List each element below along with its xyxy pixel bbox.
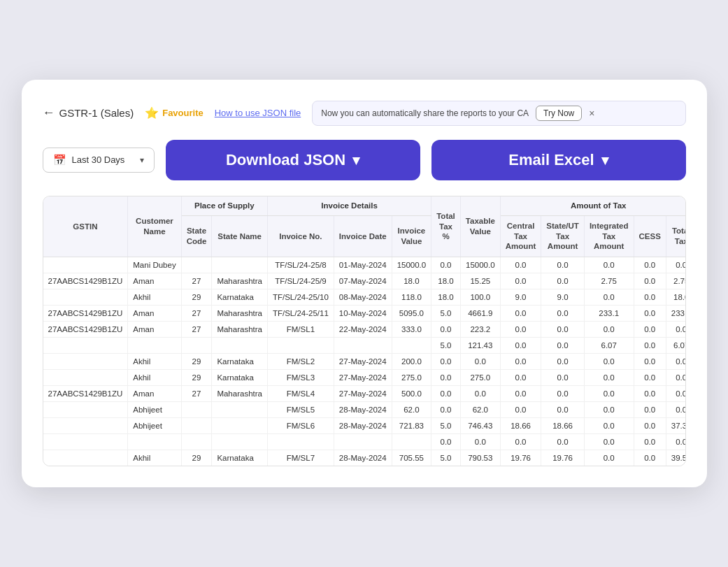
table-cell: 0.0 [431,354,461,370]
table-cell: 0.0 [431,370,461,386]
table-cell: 0.0 [500,257,541,273]
table-cell: 0.0 [541,338,585,354]
table-cell: 0.0 [584,257,634,273]
table-cell: 0.0 [431,434,461,450]
table-cell: 0.0 [541,434,585,450]
download-json-button[interactable]: Download JSON ▾ [166,140,420,180]
table-cell: 5095.0 [392,306,431,322]
table-cell: 0.0 [634,450,666,466]
table-cell: 27-May-2024 [334,370,392,386]
table-cell: 0.0 [500,402,541,418]
table-cell: Aman [128,322,181,338]
date-filter-label: Last 30 Days [72,155,125,165]
table-cell: 223.2 [460,322,500,338]
table-cell: 0.0 [431,322,461,338]
table-cell [43,257,128,273]
table-cell [43,370,128,386]
table-cell: 0.0 [634,370,666,386]
table-cell: Maharashtra [212,386,268,402]
table-cell: 5.0 [431,306,461,322]
table-cell: Karnataka [212,370,268,386]
table-cell: 0.0 [541,386,585,402]
col-invoice-value: Invoice Value [392,215,431,257]
table-cell: 746.43 [460,418,500,434]
table-cell [212,257,268,273]
table-cell: 0.0 [634,322,666,338]
table-cell: 5.0 [431,338,461,354]
table-cell: 62.0 [460,402,500,418]
table-cell: FM/SL6 [267,418,334,434]
table-cell: 0.0 [634,289,666,306]
favourite-button[interactable]: ⭐ Favourite [145,106,204,120]
table-cell [181,434,212,450]
table-cell: 0.0 [500,354,541,370]
table-cell: 9.0 [500,289,541,306]
table-row: Akhil29KarnatakaFM/SL227-May-2024200.00.… [43,354,686,370]
table-cell: 0.0 [634,354,666,370]
col-state-ut-tax-amount: State/UT Tax Amount [541,215,585,257]
table-cell [43,338,128,354]
table-cell: 2.75 [584,273,634,289]
table-cell: 333.0 [392,322,431,338]
table-cell: FM/SL5 [267,402,334,418]
table-cell: 0.0 [460,434,500,450]
table-cell: Akhil [128,370,181,386]
col-integrated-tax-amount: Integrated Tax Amount [584,215,634,257]
download-btn-label: Download JSON [226,151,345,169]
table-cell: 500.0 [392,386,431,402]
table-cell: 0.0 [541,370,585,386]
col-group-invoice-details: Invoice Details [267,196,431,215]
date-filter-button[interactable]: 📅 Last 30 Days ▾ [43,148,155,173]
table-cell [181,257,212,273]
table-cell: 39.53 [666,450,685,466]
table-cell: 08-May-2024 [334,289,392,306]
table-cell: FM/SL1 [267,322,334,338]
table-cell: 0.0 [634,338,666,354]
table-cell: 0.0 [500,370,541,386]
table-cell [212,338,268,354]
email-excel-button[interactable]: Email Excel ▾ [431,140,686,180]
table-cell: 0.0 [431,386,461,402]
download-chevron-icon: ▾ [352,152,359,168]
table-cell [334,434,392,450]
table-cell: 233.1 [584,306,634,322]
table-cell: Abhijeet [128,418,181,434]
table-cell: 0.0 [634,386,666,402]
table-cell: 0.0 [500,386,541,402]
back-button[interactable]: ← GSTR-1 (Sales) [43,106,134,120]
close-notification-button[interactable]: × [589,108,594,119]
col-gstin: GSTIN [43,196,128,257]
table-cell [43,434,128,450]
col-total-tax-pct: Total Tax % [431,196,461,257]
table-cell [334,338,392,354]
table-cell [392,434,431,450]
table-cell: 4661.9 [460,306,500,322]
email-chevron-icon: ▾ [601,152,608,168]
table-row: AbhijeetFM/SL528-May-202462.00.062.00.00… [43,402,686,418]
json-link-button[interactable]: How to use JSON file [215,108,301,118]
table-cell: 0.0 [541,273,585,289]
table-cell: FM/SL7 [267,450,334,466]
table-cell: Aman [128,306,181,322]
table-cell: Aman [128,386,181,402]
close-icon: × [589,108,594,119]
table-cell: 18.0 [666,289,685,306]
col-state-name: State Name [212,215,268,257]
col-total-tax: Total Tax [666,215,685,257]
try-now-button[interactable]: Try Now [536,106,582,121]
table-cell [181,418,212,434]
table-cell: 0.0 [584,289,634,306]
table-cell: 0.0 [584,322,634,338]
table-cell: 0.0 [500,338,541,354]
table-cell: 233.1 [666,306,685,322]
table-cell: 0.0 [500,273,541,289]
table-row: 0.00.00.00.00.00.00.0 [43,434,686,450]
table-cell: Akhil [128,354,181,370]
table-cell [128,434,181,450]
table-cell: 6.07 [666,338,685,354]
col-cess: CESS [634,215,666,257]
table-cell: 0.0 [431,402,461,418]
table-cell: Akhil [128,450,181,466]
table-cell: 200.0 [392,354,431,370]
top-bar: ← GSTR-1 (Sales) ⭐ Favourite How to use … [43,101,686,126]
